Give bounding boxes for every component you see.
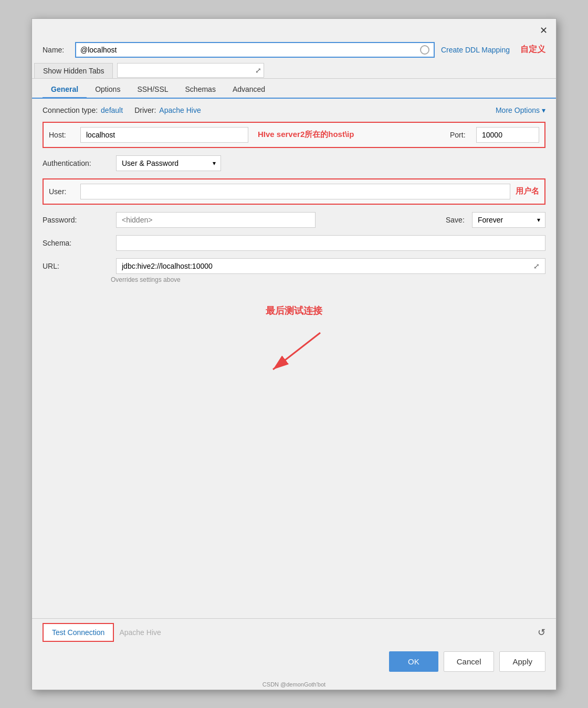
driver-label: Driver: [134, 106, 156, 114]
auth-label: Authentication: [43, 159, 111, 167]
connection-type-value[interactable]: default [101, 106, 123, 114]
name-input[interactable] [80, 46, 420, 54]
watermark: CSDN @demonGoth'bot [32, 680, 556, 690]
host-row: Host: HIve server2所在的host\ip Port: [43, 122, 545, 148]
save-select[interactable]: Forever Until restart Never [472, 212, 545, 228]
connection-type-row: Connection type: default Driver: Apache … [43, 106, 545, 114]
show-hidden-tab[interactable]: Show Hidden Tabs [34, 63, 113, 78]
ok-button[interactable]: OK [389, 651, 438, 672]
port-label: Port: [450, 131, 471, 139]
schema-input[interactable] [116, 235, 545, 251]
chevron-down-icon: ▾ [542, 106, 545, 114]
port-input[interactable] [476, 127, 539, 143]
svg-line-1 [273, 333, 320, 369]
tab-schemas[interactable]: Schemas [177, 81, 224, 98]
arrow-indicator [247, 327, 341, 375]
save-label: Save: [446, 216, 467, 224]
clear-icon[interactable] [420, 45, 429, 55]
close-button[interactable]: ✕ [536, 23, 551, 38]
more-options-label: More Options [496, 106, 540, 114]
show-hidden-row: Show Hidden Tabs ⤢ [32, 62, 556, 79]
bottom-bar: Test Connection Apache Hive ↺ [32, 618, 556, 646]
url-input-wrapper: ⤢ [116, 258, 545, 274]
cancel-button[interactable]: Cancel [444, 651, 495, 672]
user-annotation: 用户名 [516, 186, 539, 196]
password-label: Password: [43, 216, 111, 224]
url-input[interactable] [122, 262, 533, 270]
url-expand-icon[interactable]: ⤢ [533, 262, 540, 270]
expand-icon: ⤢ [255, 66, 261, 75]
connection-type-label: Connection type: [43, 106, 98, 114]
tab-advanced[interactable]: Advanced [224, 81, 274, 98]
password-input[interactable] [116, 212, 316, 228]
arrow-svg [247, 327, 341, 375]
test-annotation-label: 最后测试连接 [266, 304, 322, 317]
save-select-wrapper: Forever Until restart Never ▾ [472, 212, 545, 228]
tabs-row: General Options SSH/SSL Schemas Advanced [32, 81, 556, 99]
url-row: URL: ⤢ [43, 258, 545, 274]
action-buttons: OK Cancel Apply [32, 646, 556, 680]
tab-ssh-ssl[interactable]: SSH/SSL [129, 81, 176, 98]
test-connection-button[interactable]: Test Connection [43, 623, 114, 642]
driver-value[interactable]: Apache Hive [159, 106, 201, 114]
apply-button[interactable]: Apply [499, 651, 545, 672]
connection-dialog: ✕ Name: Create DDL Mapping 自定义 Show Hidd… [32, 18, 556, 690]
create-ddl-link[interactable]: Create DDL Mapping [441, 46, 510, 54]
name-label: Name: [43, 46, 69, 54]
password-row: Password: Save: Forever Until restart Ne… [43, 212, 545, 228]
host-annotation: HIve server2所在的host\ip [258, 130, 354, 140]
user-label: User: [49, 187, 75, 196]
custom-label: 自定义 [520, 44, 545, 55]
host-input[interactable] [80, 127, 248, 143]
schema-row: Schema: [43, 235, 545, 251]
schema-label: Schema: [43, 239, 111, 247]
content-area: Connection type: default Driver: Apache … [32, 99, 556, 618]
name-input-wrapper [75, 42, 435, 58]
title-bar: ✕ [32, 19, 556, 40]
annotation-area: 最后测试连接 [43, 289, 545, 380]
user-row: User: 用户名 [43, 178, 545, 205]
user-input[interactable] [80, 184, 510, 199]
tab-general[interactable]: General [43, 81, 87, 98]
tab-options[interactable]: Options [87, 81, 129, 98]
auth-row: Authentication: User & Password ▾ [43, 155, 545, 171]
url-label: URL: [43, 262, 111, 270]
expand-icon-wrapper[interactable]: ⤢ [117, 63, 264, 78]
name-row: Name: Create DDL Mapping 自定义 [32, 40, 556, 62]
auth-select-wrapper: User & Password ▾ [116, 155, 221, 171]
refresh-icon[interactable]: ↺ [538, 627, 545, 638]
url-hint: Overrides settings above [111, 276, 545, 283]
auth-select[interactable]: User & Password [116, 155, 221, 171]
more-options-button[interactable]: More Options ▾ [496, 106, 545, 114]
host-label: Host: [49, 131, 75, 139]
apache-hive-label: Apache Hive [119, 628, 161, 637]
